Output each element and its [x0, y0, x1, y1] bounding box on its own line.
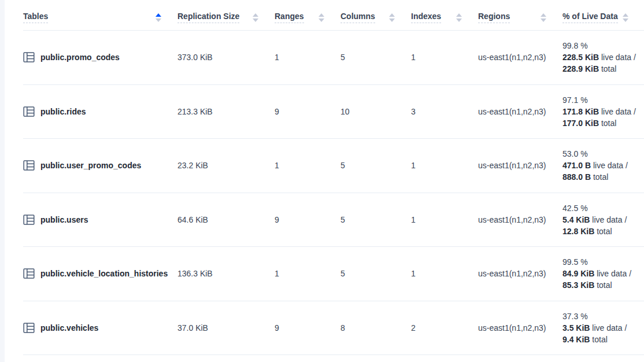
total-size-line: 888.0 B total: [562, 171, 628, 183]
sort-arrows-icon[interactable]: [623, 13, 628, 22]
ranges-cell: 9: [275, 215, 340, 224]
replication-size-cell: 373.0 KiB: [177, 53, 275, 62]
total-size-line: 9.4 KiB total: [562, 334, 628, 345]
ranges-cell: 1: [275, 161, 340, 170]
replication-size-cell: 37.0 KiB: [177, 323, 275, 333]
column-header-tables[interactable]: Tables: [23, 12, 177, 23]
live-data-cell: 99.8 % 228.5 KiB live data / 228.9 KiB t…: [562, 40, 644, 75]
indexes-cell: 1: [411, 161, 478, 170]
ranges-cell: 9: [275, 107, 340, 116]
table-row: public.promo_codes 373.0 KiB 1 5 1 us-ea…: [23, 31, 644, 85]
table-name-link[interactable]: public.promo_codes: [23, 51, 177, 63]
table-row: public.users 64.6 KiB 9 5 1 us-east1(n1,…: [23, 193, 644, 248]
table-icon: [23, 160, 35, 171]
live-data-cell: 97.1 % 171.8 KiB live data / 177.0 KiB t…: [562, 94, 644, 129]
column-header-replication-size[interactable]: Replication Size: [177, 12, 275, 23]
table-name: public.user_promo_codes: [40, 161, 141, 170]
regions-cell: us-east1(n1,n2,n3): [478, 269, 562, 278]
column-header-regions[interactable]: Regions: [478, 12, 562, 23]
live-size-line: 171.8 KiB live data /: [562, 106, 636, 117]
table-icon: [23, 51, 35, 63]
regions-cell: us-east1(n1,n2,n3): [478, 107, 562, 116]
column-header-label: Indexes: [411, 12, 441, 23]
total-size-line: 85.3 KiB total: [562, 279, 631, 291]
sort-arrows-icon[interactable]: [319, 13, 324, 22]
table-row: public.rides 213.3 KiB 9 10 3 us-east1(n…: [23, 85, 644, 139]
sort-arrows-icon[interactable]: [456, 13, 462, 22]
table-row: public.vehicle_location_histories 136.3 …: [23, 247, 644, 301]
indexes-cell: 1: [411, 215, 478, 224]
table-name-link[interactable]: public.rides: [23, 106, 177, 117]
table-name: public.vehicles: [40, 323, 98, 333]
regions-cell: us-east1(n1,n2,n3): [478, 161, 562, 170]
live-percent: 97.1 %: [562, 94, 636, 106]
column-header-label: Regions: [478, 12, 510, 23]
ranges-cell: 1: [275, 53, 340, 62]
total-size-line: 228.9 KiB total: [562, 63, 636, 75]
columns-cell: 5: [340, 215, 411, 224]
column-header-label: Replication Size: [177, 12, 239, 23]
table-name-link[interactable]: public.user_promo_codes: [23, 160, 177, 171]
columns-cell: 8: [340, 323, 411, 333]
table-icon: [23, 268, 35, 279]
table-row: public.user_promo_codes 23.2 KiB 1 5 1 u…: [23, 139, 644, 193]
column-header-label: Tables: [23, 12, 48, 23]
table-icon: [23, 214, 35, 226]
columns-cell: 10: [340, 107, 411, 116]
column-header-live-data[interactable]: % of Live Data: [562, 12, 644, 23]
columns-cell: 5: [340, 269, 411, 278]
live-percent: 99.5 %: [562, 256, 631, 268]
live-size-line: 228.5 KiB live data /: [562, 51, 636, 63]
indexes-cell: 1: [411, 269, 478, 278]
table-name: public.vehicle_location_histories: [40, 269, 168, 278]
total-size-line: 177.0 KiB total: [562, 117, 636, 129]
column-header-label: Columns: [340, 12, 375, 23]
column-header-label: % of Live Data: [562, 12, 618, 23]
live-data-cell: 42.5 % 5.4 KiB live data / 12.8 KiB tota…: [562, 202, 644, 237]
column-header-label: Ranges: [275, 12, 304, 23]
sort-arrows-icon[interactable]: [156, 13, 161, 22]
live-data-cell: 99.5 % 84.9 KiB live data / 85.3 KiB tot…: [562, 256, 644, 291]
column-header-ranges[interactable]: Ranges: [275, 12, 340, 23]
regions-cell: us-east1(n1,n2,n3): [478, 323, 562, 333]
replication-size-cell: 136.3 KiB: [177, 269, 275, 278]
table-name-link[interactable]: public.vehicles: [23, 322, 177, 334]
table-name: public.rides: [40, 107, 86, 116]
sort-arrows-icon[interactable]: [389, 13, 395, 22]
table-name-link[interactable]: public.users: [23, 214, 177, 226]
tables-table: Tables Replication Size Ranges Columns I…: [5, 0, 644, 355]
live-data-cell: 37.3 % 3.5 KiB live data / 9.4 KiB total: [562, 311, 644, 345]
table-name: public.promo_codes: [40, 53, 120, 62]
replication-size-cell: 64.6 KiB: [177, 215, 275, 224]
live-data-cell: 53.0 % 471.0 B live data / 888.0 B total: [562, 148, 644, 183]
live-size-line: 84.9 KiB live data /: [562, 268, 631, 279]
live-percent: 37.3 %: [562, 311, 628, 322]
table-icon: [23, 322, 35, 334]
sort-arrows-icon[interactable]: [253, 13, 258, 22]
column-header-indexes[interactable]: Indexes: [411, 12, 478, 23]
ranges-cell: 1: [275, 269, 340, 278]
table-name-link[interactable]: public.vehicle_location_histories: [23, 268, 177, 279]
replication-size-cell: 23.2 KiB: [177, 161, 275, 170]
regions-cell: us-east1(n1,n2,n3): [478, 53, 562, 62]
table-row: public.vehicles 37.0 KiB 9 8 2 us-east1(…: [23, 301, 644, 356]
indexes-cell: 1: [411, 53, 478, 62]
live-size-line: 5.4 KiB live data /: [562, 214, 628, 226]
columns-cell: 5: [340, 53, 411, 62]
ranges-cell: 9: [275, 323, 340, 333]
columns-cell: 5: [340, 161, 411, 170]
replication-size-cell: 213.3 KiB: [177, 107, 275, 116]
live-size-line: 471.0 B live data /: [562, 160, 628, 171]
total-size-line: 12.8 KiB total: [562, 226, 628, 237]
live-percent: 53.0 %: [562, 148, 628, 160]
indexes-cell: 3: [411, 107, 478, 116]
table-header-row: Tables Replication Size Ranges Columns I…: [23, 0, 644, 31]
regions-cell: us-east1(n1,n2,n3): [478, 215, 562, 224]
live-percent: 42.5 %: [562, 202, 628, 214]
tables-list-card: Tables Replication Size Ranges Columns I…: [5, 0, 644, 362]
sort-arrows-icon[interactable]: [541, 13, 546, 22]
column-header-columns[interactable]: Columns: [340, 12, 411, 23]
table-name: public.users: [40, 215, 88, 224]
live-percent: 99.8 %: [562, 40, 636, 51]
live-size-line: 3.5 KiB live data /: [562, 322, 628, 334]
